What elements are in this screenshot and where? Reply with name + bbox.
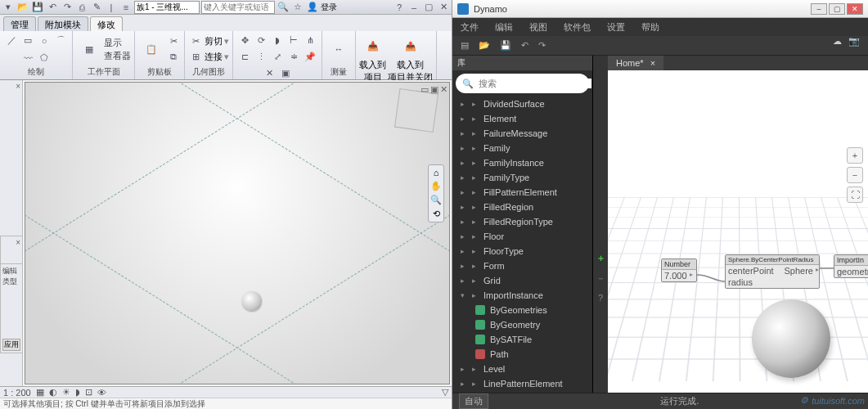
load-close-icon[interactable]: 📤 (398, 33, 424, 59)
view-max-icon[interactable]: ▣ (430, 84, 438, 95)
cloud-icon[interactable]: ☁ (833, 36, 842, 47)
scale-icon[interactable]: ⤢ (270, 49, 285, 64)
view-close-icon[interactable]: ✕ (440, 84, 447, 95)
delete-icon[interactable]: ✕ (262, 65, 277, 80)
tree-child-bygeometries[interactable]: ByGeometries (452, 303, 592, 317)
visual-style-icon[interactable]: ◐ (49, 387, 57, 398)
menu-edit[interactable]: 编辑 (495, 21, 513, 34)
save-icon[interactable]: 💾 (500, 40, 511, 51)
tree-item-family[interactable]: ▸▸Family (452, 141, 592, 155)
tree-child-bygeometry[interactable]: ByGeometry (452, 317, 592, 332)
tree-item-floor[interactable]: ▸▸Floor (452, 229, 592, 244)
3d-view-canvas[interactable]: ⌂ ✋ 🔍 ⟲ ▭ ▣ ✕ (25, 82, 450, 384)
search-input[interactable] (479, 79, 591, 88)
minus-icon[interactable]: － (596, 272, 605, 285)
help-icon[interactable]: ? (598, 293, 603, 303)
search-field[interactable] (201, 1, 275, 14)
tree-item-linepatternelement[interactable]: ▸▸LinePatternElement (452, 376, 592, 391)
spline-icon[interactable]: 〰 (20, 51, 35, 65)
restore-icon[interactable]: ▢ (422, 1, 435, 14)
app-menu-button[interactable]: ▾ (2, 1, 15, 14)
sun-icon[interactable]: ☀ (62, 387, 70, 398)
tab-addins[interactable]: 附加模块 (38, 16, 88, 31)
circle-icon[interactable]: ○ (37, 34, 52, 48)
undo-icon[interactable]: ↶ (521, 40, 528, 51)
open-icon[interactable]: 📂 (16, 1, 29, 14)
home-icon[interactable]: ⌂ (434, 168, 439, 178)
move-icon[interactable]: ✥ (237, 33, 252, 47)
tree-child-path[interactable]: Path (452, 347, 592, 362)
dimension-icon[interactable]: ↔ (326, 36, 352, 62)
tree-item-failuremessage[interactable]: ▸▸FailureMessage (452, 126, 592, 141)
tree-item-familyinstance[interactable]: ▸▸FamilyInstance (452, 155, 592, 170)
list-icon[interactable]: ≡ (119, 1, 133, 14)
tree-item-floortype[interactable]: ▸▸FloorType (452, 244, 592, 258)
menu-packages[interactable]: 软件包 (564, 21, 591, 34)
viewer-button[interactable]: 查看器 (104, 50, 131, 62)
shadow-icon[interactable]: ◗ (75, 387, 80, 398)
node-import[interactable]: ImportIn geometry (834, 254, 868, 278)
polygon-icon[interactable]: ⬠ (37, 51, 52, 65)
apply-button[interactable]: 应用 (2, 339, 20, 351)
load-project-icon[interactable]: 📥 (360, 33, 386, 59)
tree-item-element[interactable]: ▸▸Element (452, 111, 592, 126)
measure-icon[interactable]: ✎ (90, 1, 103, 14)
tree-item-level[interactable]: ▸▸Level (452, 362, 592, 376)
workspace-canvas[interactable]: + − ⛶ Number 7.000 Sphere.ByCenterPointR… (608, 70, 868, 393)
undo-icon[interactable]: ↶ (46, 1, 59, 14)
menu-file[interactable]: 文件 (461, 21, 479, 34)
zoom-icon[interactable]: 🔍 (430, 195, 442, 205)
filter-icon[interactable]: ▽ (442, 387, 448, 398)
zoom-in-button[interactable]: + (847, 147, 863, 164)
tree-item-filledregion[interactable]: ▸▸FilledRegion (452, 200, 592, 214)
help-icon[interactable]: ? (393, 1, 406, 14)
tree-item-importinstance[interactable]: ▾▸ImportInstance (452, 288, 592, 303)
pin-icon[interactable]: 📌 (303, 49, 317, 64)
tree-child-bysatfile[interactable]: BySATFile (452, 332, 592, 347)
array-icon[interactable]: ⋮ (254, 49, 268, 64)
set-plane-icon[interactable]: ▦ (76, 36, 102, 62)
print-icon[interactable]: ⎙ (75, 1, 88, 14)
model-sphere[interactable] (242, 291, 262, 311)
minimize-button[interactable]: – (811, 3, 827, 15)
node-number[interactable]: Number 7.000 (661, 258, 697, 282)
menu-settings[interactable]: 设置 (607, 21, 625, 34)
tree-item-familytype[interactable]: ▸▸FamilyType (452, 170, 592, 185)
trim-icon[interactable]: ⊢ (286, 33, 301, 47)
line-icon[interactable]: ／ (4, 34, 19, 48)
tree-item-grid[interactable]: ▸▸Grid (452, 273, 592, 288)
node-sphere[interactable]: Sphere.ByCenterPointRadius centerPointSp… (725, 254, 820, 289)
star-icon[interactable]: ☆ (291, 1, 304, 14)
viewcube[interactable] (394, 88, 438, 133)
menu-help[interactable]: 帮助 (641, 21, 659, 34)
tree-item-form[interactable]: ▸▸Form (452, 258, 592, 273)
zoom-out-button[interactable]: − (847, 167, 863, 183)
close-icon[interactable]: ✕ (437, 1, 450, 14)
workspace-tab-home[interactable]: Home* × (608, 56, 663, 70)
scale-display[interactable]: 1 : 200 (3, 388, 31, 398)
open-icon[interactable]: 📂 (479, 40, 490, 51)
tree-item-fillpatternelement[interactable]: ▸▸FillPatternElement (452, 185, 592, 200)
cut-clip-icon[interactable]: ✂ (166, 34, 181, 49)
login-link[interactable]: 登录 (321, 2, 337, 13)
tree-item-filledregiontype[interactable]: ▸▸FilledRegionType (452, 214, 592, 229)
crop-icon[interactable]: ⊡ (85, 387, 92, 398)
view-selector[interactable]: 族1 - 三维视... (134, 1, 200, 14)
minimize-icon[interactable]: – (407, 1, 421, 14)
join-geo-icon[interactable]: ⊞ (188, 50, 203, 65)
panel-close-icon-2[interactable]: × (16, 238, 20, 247)
show-button[interactable]: 显示 (104, 37, 131, 49)
cut-geo-icon[interactable]: ✂ (188, 34, 203, 49)
redo-icon[interactable]: ↷ (538, 40, 546, 51)
pan-icon[interactable]: ✋ (430, 181, 442, 191)
arc-icon[interactable]: ⌒ (53, 34, 68, 48)
align-icon[interactable]: ≑ (286, 49, 301, 64)
run-mode[interactable]: 自动 (459, 393, 488, 409)
add-icon[interactable]: ＋ (596, 252, 605, 264)
tree-item-dividedsurface[interactable]: ▸▸DividedSurface (452, 97, 592, 111)
orbit-icon[interactable]: ⟲ (433, 209, 440, 219)
hide-icon[interactable]: 👁 (97, 388, 106, 398)
group-icon[interactable]: ▣ (278, 65, 293, 80)
detail-icon[interactable]: ▦ (36, 387, 44, 398)
split-icon[interactable]: ⋔ (303, 33, 317, 47)
